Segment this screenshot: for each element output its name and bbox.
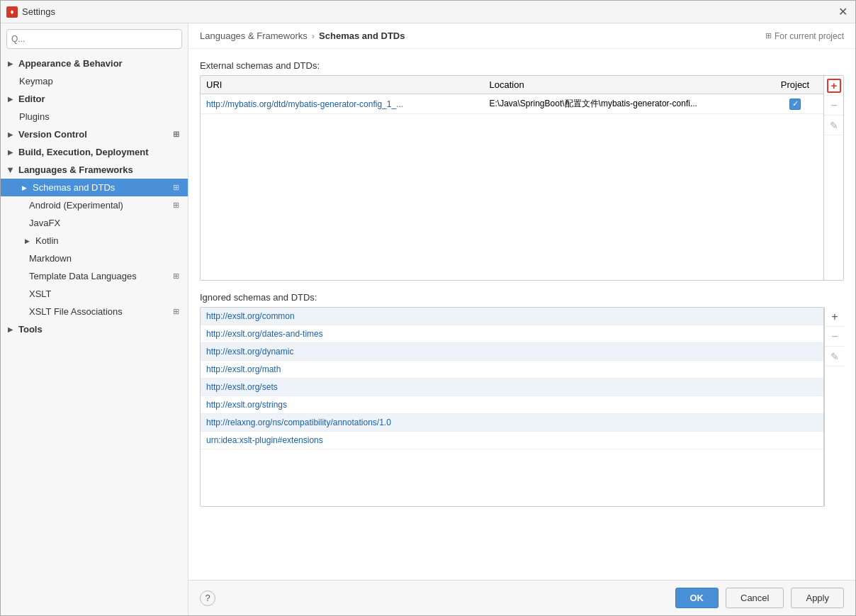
sidebar-item-kotlin[interactable]: ▶ Kotlin <box>1 232 188 250</box>
checkbox-checked-icon[interactable]: ✓ <box>789 99 801 110</box>
list-item[interactable]: http://exslt.org/math <box>201 361 823 379</box>
sidebar-item-label: Android (Experimental) <box>29 200 123 211</box>
sidebar-item-version-control[interactable]: ▶ Version Control ⊞ <box>1 125 188 143</box>
sidebar-item-template-data[interactable]: Template Data Languages ⊞ <box>1 267 188 285</box>
expand-arrow: ▶ <box>8 96 13 103</box>
sidebar-item-javafx[interactable]: JavaFX <box>1 214 188 232</box>
app-icon: ♦ <box>6 6 18 18</box>
ignored-schemas-label: Ignored schemas and DTDs: <box>200 292 844 303</box>
sidebar-item-tools[interactable]: ▶ Tools <box>1 320 188 338</box>
expand-arrow: ▶ <box>8 131 13 138</box>
sidebar-item-label: XSLT File Associations <box>29 306 123 317</box>
sidebar-badge: ⊞ <box>173 183 179 192</box>
sidebar-badge: ⊞ <box>173 271 179 281</box>
sidebar-item-label: Build, Execution, Deployment <box>18 147 148 157</box>
col-project: Project <box>767 76 823 94</box>
sidebar: ▶ Appearance & Behavior Keymap ▶ Editor … <box>1 23 188 615</box>
sidebar-item-plugins[interactable]: Plugins <box>1 108 188 125</box>
external-table-wrapper: URI Location Project http://mybatis.org/… <box>200 75 844 281</box>
minus-icon: − <box>831 330 838 343</box>
sidebar-item-label: JavaFX <box>29 218 60 228</box>
sidebar-item-schemas-dtds[interactable]: ▶ Schemas and DTDs ⊞ <box>1 179 188 196</box>
row-project-checkbox[interactable]: ✓ <box>767 94 823 113</box>
content-area: ▶ Appearance & Behavior Keymap ▶ Editor … <box>1 23 855 615</box>
list-item[interactable]: http://exslt.org/strings <box>201 396 823 414</box>
bottom-right: OK Cancel Apply <box>675 588 845 608</box>
edit-ignored-button[interactable]: ✎ <box>825 347 845 366</box>
sidebar-item-appearance[interactable]: ▶ Appearance & Behavior <box>1 55 188 72</box>
expand-arrow: ▶ <box>7 167 14 172</box>
sidebar-badge: ⊞ <box>173 201 179 210</box>
sidebar-item-label: Markdown <box>29 253 72 264</box>
sidebar-item-build[interactable]: ▶ Build, Execution, Deployment <box>1 143 188 161</box>
list-item[interactable]: http://exslt.org/sets <box>201 379 823 396</box>
ignored-table-actions: + − ✎ <box>824 307 844 507</box>
add-ignored-button[interactable]: + <box>825 307 845 327</box>
edit-icon: ✎ <box>830 120 838 131</box>
sidebar-item-xslt-file-assoc[interactable]: XSLT File Associations ⊞ <box>1 303 188 320</box>
list-item[interactable]: http://relaxng.org/ns/compatibility/anno… <box>201 414 823 432</box>
add-icon: + <box>831 310 838 323</box>
list-item[interactable]: urn:idea:xslt-plugin#extensions <box>201 432 823 449</box>
sidebar-item-label: XSLT <box>29 289 52 299</box>
remove-schema-button[interactable]: − <box>824 96 844 116</box>
help-button[interactable]: ? <box>200 590 215 606</box>
sidebar-item-keymap[interactable]: Keymap <box>1 72 188 90</box>
for-current-project: ⊞ For current project <box>765 31 844 41</box>
col-uri: URI <box>201 76 484 94</box>
sidebar-item-editor[interactable]: ▶ Editor <box>1 90 188 108</box>
sidebar-item-markdown[interactable]: Markdown <box>1 250 188 267</box>
close-button[interactable]: ✕ <box>835 5 850 19</box>
bottom-bar: ? OK Cancel Apply <box>188 580 855 615</box>
list-item[interactable]: http://exslt.org/dynamic <box>201 343 823 361</box>
search-box[interactable] <box>6 29 182 49</box>
sidebar-item-languages[interactable]: ▶ Languages & Frameworks <box>1 161 188 179</box>
sidebar-item-label: Appearance & Behavior <box>18 58 123 69</box>
sidebar-item-android[interactable]: Android (Experimental) ⊞ <box>1 196 188 214</box>
edit-schema-button[interactable]: ✎ <box>824 116 844 135</box>
add-schema-button[interactable]: + <box>824 76 844 96</box>
project-icon: ⊞ <box>765 31 772 40</box>
sidebar-item-xslt[interactable]: XSLT <box>1 285 188 303</box>
breadcrumb-separator: › <box>312 30 315 41</box>
add-icon[interactable]: + <box>827 79 841 93</box>
sidebar-item-label: Schemas and DTDs <box>33 182 115 193</box>
ignored-list-container: http://exslt.org/common http://exslt.org… <box>200 307 824 507</box>
external-table-header: URI Location Project <box>201 76 823 94</box>
sidebar-item-label: Version Control <box>18 129 87 140</box>
sidebar-item-label: Languages & Frameworks <box>18 164 133 175</box>
edit-icon: ✎ <box>830 351 839 362</box>
col-location: Location <box>484 76 767 94</box>
window-title: Settings <box>22 6 55 17</box>
breadcrumb-bar: Languages & Frameworks › Schemas and DTD… <box>188 23 855 49</box>
breadcrumb-current: Schemas and DTDs <box>319 30 405 41</box>
external-schemas-label: External schemas and DTDs: <box>200 60 844 71</box>
external-table-body: http://mybatis.org/dtd/mybatis-generator… <box>201 94 823 280</box>
sidebar-item-label: Editor <box>18 94 45 104</box>
remove-ignored-button[interactable]: − <box>825 327 845 347</box>
expand-arrow: ▶ <box>8 60 13 67</box>
breadcrumb-parent: Languages & Frameworks <box>200 30 308 41</box>
expand-arrow: ▶ <box>8 326 13 333</box>
main-panel: Languages & Frameworks › Schemas and DTD… <box>188 23 855 615</box>
sidebar-item-label: Plugins <box>19 111 50 122</box>
external-table-actions: + − ✎ <box>823 76 843 280</box>
ignored-schemas-section: Ignored schemas and DTDs: http://exslt.o… <box>200 292 844 507</box>
minus-icon: − <box>830 99 837 112</box>
cancel-button[interactable]: Cancel <box>726 588 784 608</box>
row-uri: http://mybatis.org/dtd/mybatis-generator… <box>201 94 484 113</box>
expand-arrow: ▶ <box>25 237 30 245</box>
sidebar-item-label: Tools <box>18 324 43 335</box>
external-schemas-section: External schemas and DTDs: URI Location … <box>200 60 844 281</box>
bottom-left: ? <box>200 590 215 606</box>
sidebar-item-label: Template Data Languages <box>29 271 137 281</box>
sidebar-item-label: Keymap <box>19 76 53 86</box>
external-table-main: URI Location Project http://mybatis.org/… <box>201 76 823 280</box>
ignored-list: http://exslt.org/common http://exslt.org… <box>201 308 823 506</box>
apply-button[interactable]: Apply <box>791 588 844 608</box>
search-input[interactable] <box>11 34 177 44</box>
table-row[interactable]: http://mybatis.org/dtd/mybatis-generator… <box>201 94 823 114</box>
ok-button[interactable]: OK <box>675 588 719 608</box>
list-item[interactable]: http://exslt.org/common <box>201 308 823 325</box>
list-item[interactable]: http://exslt.org/dates-and-times <box>201 325 823 343</box>
